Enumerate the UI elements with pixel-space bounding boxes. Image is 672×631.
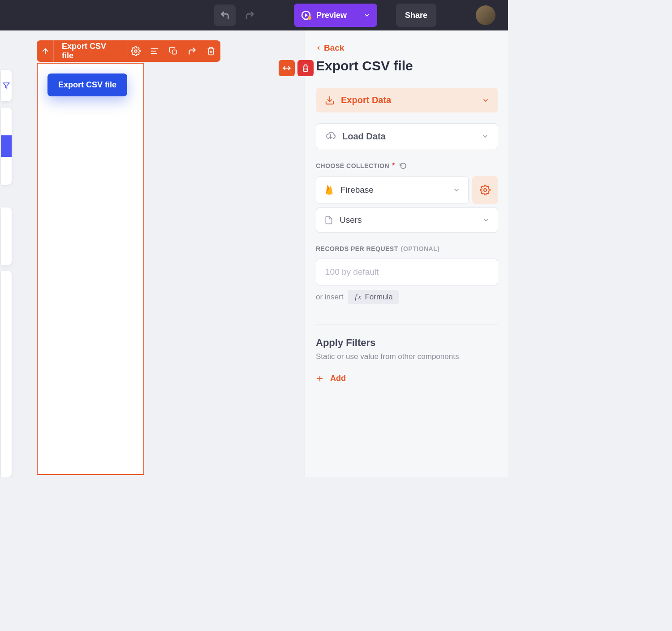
- share-label: Share: [405, 11, 427, 20]
- trash-icon: [302, 64, 310, 72]
- svg-point-5: [134, 50, 137, 52]
- export-csv-button-label: Export CSV file: [58, 80, 116, 89]
- select-parent-button[interactable]: [37, 40, 54, 62]
- delete-element-button[interactable]: [202, 40, 220, 62]
- panel-title: Export CSV file: [316, 58, 498, 73]
- firebase-icon: [324, 184, 334, 196]
- apply-filters-subtext: Static or use value from other component…: [316, 352, 498, 361]
- chevron-down-icon: [364, 12, 370, 18]
- undo-redo-group: [214, 4, 261, 26]
- add-label: Add: [330, 374, 346, 383]
- redo-icon: [245, 10, 255, 20]
- plus-icon: [316, 375, 324, 383]
- chevron-down-icon: [482, 133, 489, 140]
- records-per-request-label: RECORDS PER REQUEST (OPTIONAL): [316, 245, 498, 252]
- back-label: Back: [324, 43, 344, 53]
- sliver-filter-card: [1, 70, 12, 101]
- cloud-download-icon: [325, 131, 336, 142]
- formula-chip[interactable]: ƒx Formula: [348, 290, 399, 304]
- undo-button[interactable]: [214, 4, 236, 26]
- left-sliver: [0, 30, 11, 477]
- canvas-float-tools: [279, 60, 314, 76]
- export-csv-button[interactable]: Export CSV file: [47, 73, 127, 96]
- right-panel: Back Export CSV file Export Data Load Da…: [305, 30, 508, 477]
- gear-icon: [480, 185, 491, 195]
- records-per-request-input[interactable]: [316, 259, 498, 285]
- load-data-label: Load Data: [342, 131, 475, 142]
- canvas-area: Export CSV file Export CSV file: [11, 30, 305, 477]
- load-data-section[interactable]: Load Data: [316, 123, 498, 149]
- refresh-icon[interactable]: [400, 162, 407, 169]
- optional-indicator: (OPTIONAL): [401, 245, 440, 252]
- or-insert-row: or insert ƒx Formula: [316, 290, 498, 304]
- chevron-left-icon: [316, 45, 321, 51]
- avatar[interactable]: [476, 5, 495, 25]
- chevron-down-icon: [453, 186, 460, 194]
- required-indicator: *: [392, 162, 395, 170]
- resize-icon: [282, 64, 291, 73]
- file-icon: [324, 215, 333, 225]
- collection-select[interactable]: Users: [316, 207, 498, 233]
- export-data-section[interactable]: Export Data: [316, 88, 498, 112]
- svg-marker-3: [3, 83, 9, 88]
- selected-element-body[interactable]: Export CSV file: [37, 63, 144, 475]
- preview-dropdown-button[interactable]: [356, 4, 377, 27]
- share-button[interactable]: Share: [396, 4, 436, 27]
- formula-label: Formula: [365, 293, 392, 302]
- trash-icon: [207, 47, 215, 56]
- svg-marker-1: [305, 13, 308, 17]
- preview-button[interactable]: Preview: [294, 4, 356, 27]
- align-icon: [150, 47, 159, 56]
- chevron-down-icon: [482, 97, 489, 104]
- sliver-blue-highlight: [1, 135, 12, 157]
- sliver-card-4: [1, 271, 12, 477]
- divider: [316, 324, 498, 324]
- apply-filters-heading: Apply Filters: [316, 337, 498, 349]
- play-icon: [301, 10, 312, 21]
- share-element-button[interactable]: [183, 40, 202, 62]
- selected-element-name: Export CSV file: [54, 40, 126, 62]
- resource-settings-button[interactable]: [472, 176, 498, 204]
- selected-element-toolbar: Export CSV file: [37, 40, 220, 62]
- resize-button[interactable]: [279, 60, 295, 76]
- sliver-mid-card: [1, 108, 12, 185]
- svg-point-2: [308, 16, 311, 20]
- redo-button[interactable]: [239, 4, 261, 26]
- arrow-up-icon: [41, 47, 49, 55]
- share-icon: [188, 47, 197, 56]
- undo-icon: [220, 10, 230, 20]
- copy-button[interactable]: [164, 40, 183, 62]
- gear-icon: [131, 46, 141, 56]
- filter-icon: [3, 82, 10, 89]
- choose-collection-label: CHOOSE COLLECTION *: [316, 162, 498, 170]
- export-data-label: Export Data: [341, 95, 476, 105]
- top-bar: Preview Share: [0, 0, 508, 30]
- chevron-down-icon: [482, 216, 490, 224]
- svg-rect-9: [172, 50, 177, 54]
- copy-icon: [169, 47, 178, 56]
- fx-icon: ƒx: [354, 293, 361, 302]
- resource-label: Firebase: [340, 185, 447, 195]
- preview-button-group: Preview: [294, 4, 377, 27]
- resource-select[interactable]: Firebase: [316, 176, 469, 204]
- align-button[interactable]: [145, 40, 164, 62]
- download-icon: [325, 95, 335, 105]
- settings-button[interactable]: [126, 40, 145, 62]
- back-link[interactable]: Back: [316, 43, 498, 53]
- svg-point-13: [484, 189, 487, 191]
- collection-label: Users: [340, 215, 476, 225]
- preview-label: Preview: [316, 11, 347, 20]
- sliver-card-3: [1, 207, 12, 265]
- delete-button[interactable]: [297, 60, 314, 76]
- add-filter-button[interactable]: Add: [316, 374, 498, 383]
